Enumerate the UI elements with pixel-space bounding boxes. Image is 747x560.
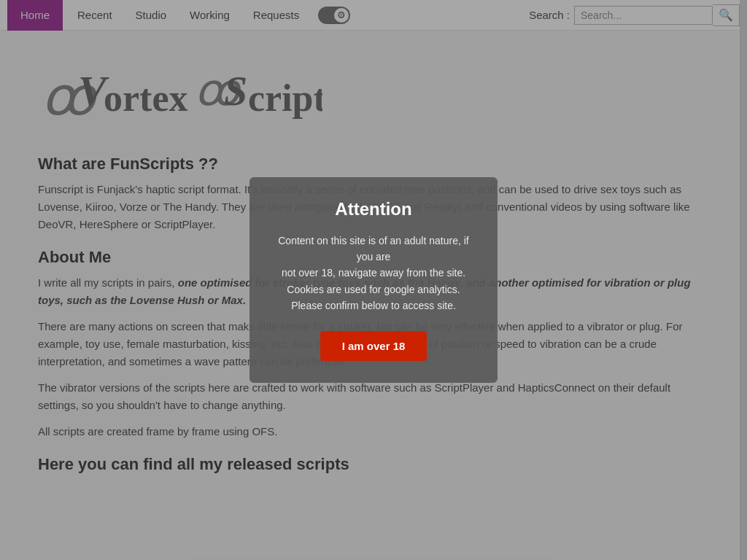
- modal-body-line1: Content on this site is of an adult natu…: [278, 235, 469, 262]
- modal-body-line4: Please confirm below to access site.: [291, 300, 456, 311]
- modal-overlay: Attention Content on this site is of an …: [0, 0, 747, 510]
- confirm-age-button[interactable]: I am over 18: [320, 331, 427, 361]
- attention-modal: Attention Content on this site is of an …: [249, 177, 498, 384]
- modal-body-line2: not over 18, navigate away from the site…: [282, 267, 465, 279]
- modal-body-line3: Cookies are used for google analytics.: [287, 284, 460, 295]
- modal-body: Content on this site is of an adult natu…: [271, 233, 476, 314]
- modal-title: Attention: [271, 199, 476, 219]
